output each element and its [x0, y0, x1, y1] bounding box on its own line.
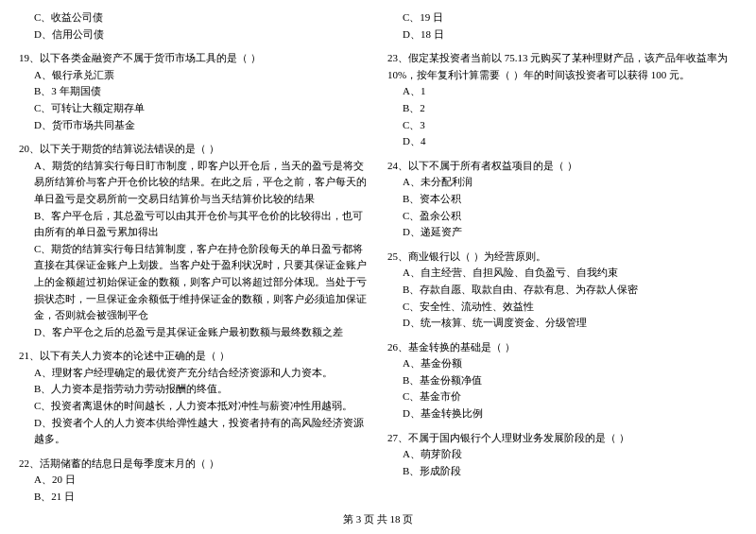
question-block: 19、以下各类金融资产不属于货币市场工具的是（ ）A、银行承兑汇票B、3 年期国…	[19, 50, 369, 133]
question-option: C、收益公司债	[19, 9, 369, 26]
question-option: C、投资者离退休的时间越长，人力资本抵对冲性与薪资冲性用越弱。	[19, 398, 369, 415]
page-footer: 第 3 页 共 18 页	[0, 512, 756, 526]
question-option: C、基金市价	[387, 388, 737, 405]
question-option: D、货币市场共同基金	[19, 117, 369, 134]
question-option: D、信用公司债	[19, 26, 369, 43]
question-option: A、基金份额	[387, 355, 737, 372]
question-block: 24、以下不属于所有者权益项目的是（ ）A、未分配利润B、资本公积C、盈余公积D…	[387, 158, 737, 241]
question-header: 25、商业银行以（ ）为经营原则。	[387, 249, 737, 266]
question-option: B、21 日	[19, 489, 369, 506]
question-block: 26、基金转换的基础是（ ）A、基金份额B、基金份额净值C、基金市价D、基金转换…	[387, 339, 737, 422]
question-option: A、萌芽阶段	[387, 446, 737, 463]
question-option: D、统一核算、统一调度资金、分级管理	[387, 315, 737, 332]
question-option: B、客户平仓后，其总盈亏可以由其开仓价与其平仓价的比较得出，也可由所有的单日盈亏…	[19, 208, 369, 241]
question-option: D、4	[387, 133, 737, 150]
question-header: 19、以下各类金融资产不属于货币市场工具的是（ ）	[19, 50, 369, 67]
question-option: A、自主经营、自担风险、自负盈亏、自我约束	[387, 265, 737, 282]
question-header: 23、假定某投资者当前以 75.13 元购买了某种理财产品，该产品年收益率为 1…	[387, 50, 737, 83]
right-column: C、19 日D、18 日23、假定某投资者当前以 75.13 元购买了某种理财产…	[387, 9, 737, 513]
question-option: A、理财客户经理确定的最优资产充分结合经济资源和人力资本。	[19, 365, 369, 382]
question-option: A、期货的结算实行每日盯市制度，即客户以开仓后，当天的盈亏是将交易所结算价与客户…	[19, 158, 369, 208]
question-header: 27、不属于国内银行个人理财业务发展阶段的是（ ）	[387, 430, 737, 447]
question-option: A、20 日	[19, 472, 369, 489]
question-block: 22、活期储蓄的结息日是每季度末月的（ ）A、20 日B、21 日	[19, 456, 369, 506]
question-option: A、未分配利润	[387, 174, 737, 191]
question-option: B、人力资本是指劳动力劳动报酬的终值。	[19, 381, 369, 398]
question-option: C、盈余公积	[387, 208, 737, 225]
question-option: C、可转让大额定期存单	[19, 100, 369, 117]
question-option: C、期货的结算实行每日结算制度，客户在持仓阶段每天的单日盈亏都将直接在其保证金账…	[19, 241, 369, 324]
question-option: C、19 日	[387, 9, 737, 26]
question-header: 24、以下不属于所有者权益项目的是（ ）	[387, 158, 737, 175]
question-block: 23、假定某投资者当前以 75.13 元购买了某种理财产品，该产品年收益率为 1…	[387, 50, 737, 150]
question-option: A、1	[387, 83, 737, 100]
question-option: A、银行承兑汇票	[19, 67, 369, 84]
question-header: 21、以下有关人力资本的论述中正确的是（ ）	[19, 348, 369, 365]
question-option: B、3 年期国债	[19, 83, 369, 100]
question-block: C、收益公司债D、信用公司债	[19, 9, 369, 43]
exam-page: C、收益公司债D、信用公司债19、以下各类金融资产不属于货币市场工具的是（ ）A…	[0, 0, 756, 534]
question-block: 21、以下有关人力资本的论述中正确的是（ ）A、理财客户经理确定的最优资产充分结…	[19, 348, 369, 448]
question-option: B、资本公积	[387, 191, 737, 208]
question-option: D、18 日	[387, 26, 737, 43]
question-block: C、19 日D、18 日	[387, 9, 737, 43]
question-option: B、2	[387, 100, 737, 117]
question-block: 27、不属于国内银行个人理财业务发展阶段的是（ ）A、萌芽阶段B、形成阶段	[387, 430, 737, 480]
question-option: B、基金份额净值	[387, 372, 737, 389]
question-option: B、存款自愿、取款自由、存款有息、为存款人保密	[387, 282, 737, 299]
question-header: 20、以下关于期货的结算说法错误的是（ ）	[19, 141, 369, 158]
question-option: D、递延资产	[387, 224, 737, 241]
question-header: 26、基金转换的基础是（ ）	[387, 339, 737, 356]
question-block: 25、商业银行以（ ）为经营原则。A、自主经营、自担风险、自负盈亏、自我约束B、…	[387, 249, 737, 332]
left-column: C、收益公司债D、信用公司债19、以下各类金融资产不属于货币市场工具的是（ ）A…	[19, 9, 369, 513]
question-option: C、安全性、流动性、效益性	[387, 299, 737, 316]
question-option: B、形成阶段	[387, 463, 737, 480]
question-option: D、客户平仓之后的总盈亏是其保证金账户最初数额与最终数额之差	[19, 324, 369, 341]
question-header: 22、活期储蓄的结息日是每季度末月的（ ）	[19, 456, 369, 473]
question-block: 20、以下关于期货的结算说法错误的是（ ）A、期货的结算实行每日盯市制度，即客户…	[19, 141, 369, 340]
question-option: D、投资者个人的人力资本供给弹性越大，投资者持有的高风险经济资源越多。	[19, 415, 369, 448]
question-option: D、基金转换比例	[387, 405, 737, 422]
content-columns: C、收益公司债D、信用公司债19、以下各类金融资产不属于货币市场工具的是（ ）A…	[19, 9, 737, 513]
question-option: C、3	[387, 117, 737, 134]
